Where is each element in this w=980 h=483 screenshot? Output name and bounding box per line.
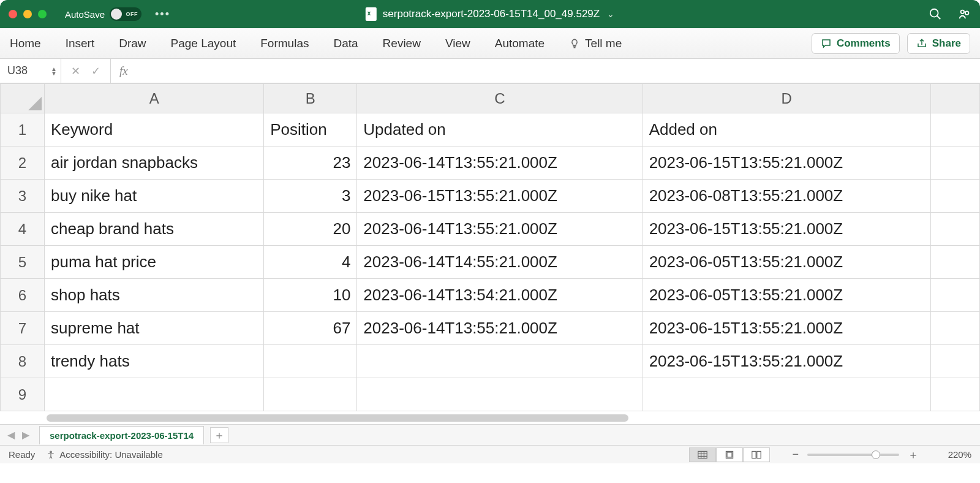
cell-8[interactable] [930,345,979,378]
zoom-in[interactable]: ＋ [905,447,921,462]
cell-D4[interactable]: 2023-06-15T13:55:21.000Z [643,213,930,246]
cell-A2[interactable]: air jordan snapbacks [45,146,264,180]
share-people-icon[interactable] [958,7,971,21]
row-header-3[interactable]: 3 [1,180,45,213]
cell-B9[interactable] [264,378,357,411]
accessibility-status[interactable]: Accessibility: Unavailable [46,449,162,460]
tab-home[interactable]: Home [10,37,41,50]
cell-A4[interactable]: cheap brand hats [45,213,264,246]
row-header-2[interactable]: 2 [1,146,45,180]
cell-C6[interactable]: 2023-06-14T13:54:21.000Z [357,279,643,312]
close-window[interactable] [9,10,17,18]
cell-C7[interactable]: 2023-06-14T13:55:21.000Z [357,312,643,345]
zoom-percent[interactable]: 220% [941,449,971,460]
tab-view[interactable]: View [445,37,470,50]
row-header-1[interactable]: 1 [1,113,45,146]
cell-6[interactable] [930,279,979,312]
autosave-toggle[interactable]: AutoSave OFF [65,7,141,21]
column-header-D[interactable]: D [643,84,930,113]
row-header-8[interactable]: 8 [1,345,45,378]
row-header-5[interactable]: 5 [1,246,45,279]
minimize-window[interactable] [23,10,32,18]
namebox-spinner[interactable]: ▲▼ [51,67,57,75]
cell-D2[interactable]: 2023-06-15T13:55:21.000Z [643,146,930,180]
tab-data[interactable]: Data [333,37,358,50]
cell-A7[interactable]: supreme hat [45,312,264,345]
cell-D1[interactable]: Added on [643,113,930,146]
tab-review[interactable]: Review [383,37,421,50]
comments-button[interactable]: Comments [812,33,900,54]
maximize-window[interactable] [38,10,47,18]
name-box[interactable]: U38 ▲▼ [0,59,61,83]
horizontal-scrollbar[interactable] [47,414,628,422]
cell-C1[interactable]: Updated on [357,113,643,146]
tab-page-layout[interactable]: Page Layout [171,37,236,50]
zoom-thumb[interactable] [872,451,880,459]
tab-draw[interactable]: Draw [119,37,146,50]
cell-D8[interactable]: 2023-06-15T13:55:21.000Z [643,345,930,378]
tab-automate[interactable]: Automate [495,37,545,50]
column-header-B[interactable]: B [264,84,357,113]
cell-A9[interactable] [45,378,264,411]
row-header-4[interactable]: 4 [1,213,45,246]
column-header-blank[interactable] [930,84,979,113]
view-page-break[interactable] [743,447,770,462]
cell-B8[interactable] [264,345,357,378]
column-header-C[interactable]: C [357,84,643,113]
cell-5[interactable] [930,246,979,279]
row-header-6[interactable]: 6 [1,279,45,312]
autosave-switch[interactable]: OFF [110,7,141,21]
cell-C5[interactable]: 2023-06-14T14:55:21.000Z [357,246,643,279]
document-title[interactable]: serpotrack-export-2023-06-15T14_00_49.52… [366,7,614,21]
cell-B4[interactable]: 20 [264,213,357,246]
formula-input[interactable] [137,59,980,83]
share-button[interactable]: Share [907,33,970,54]
row-header-7[interactable]: 7 [1,312,45,345]
cell-2[interactable] [930,146,979,180]
cell-A6[interactable]: shop hats [45,279,264,312]
cell-D6[interactable]: 2023-06-05T13:55:21.000Z [643,279,930,312]
row-header-9[interactable]: 9 [1,378,45,411]
cell-4[interactable] [930,213,979,246]
cell-C8[interactable] [357,345,643,378]
cell-A8[interactable]: trendy hats [45,345,264,378]
cancel-formula-icon[interactable]: ✕ [71,64,80,78]
cell-A3[interactable]: buy nike hat [45,180,264,213]
cell-D3[interactable]: 2023-06-08T13:55:21.000Z [643,180,930,213]
cell-B1[interactable]: Position [264,113,357,146]
cell-C9[interactable] [357,378,643,411]
tab-formulas[interactable]: Formulas [260,37,309,50]
cell-C4[interactable]: 2023-06-14T13:55:21.000Z [357,213,643,246]
sheet-tab-active[interactable]: serpotrack-export-2023-06-15T14 [39,426,204,444]
fx-label[interactable]: fx [111,59,137,83]
cell-C2[interactable]: 2023-06-14T13:55:21.000Z [357,146,643,180]
cell-D7[interactable]: 2023-06-15T13:55:21.000Z [643,312,930,345]
cell-3[interactable] [930,180,979,213]
cell-B7[interactable]: 67 [264,312,357,345]
sheet-nav-next[interactable]: ▶ [18,429,33,441]
tab-insert[interactable]: Insert [66,37,95,50]
cell-A1[interactable]: Keyword [45,113,264,146]
cell-B2[interactable]: 23 [264,146,357,180]
cell-B6[interactable]: 10 [264,279,357,312]
cell-9[interactable] [930,378,979,411]
cell-B5[interactable]: 4 [264,246,357,279]
tell-me[interactable]: Tell me [569,37,622,50]
accept-formula-icon[interactable]: ✓ [91,64,100,78]
cell-C3[interactable]: 2023-06-15T13:55:21.000Z [357,180,643,213]
column-header-A[interactable]: A [45,84,264,113]
view-page-layout[interactable] [716,447,743,462]
add-sheet-button[interactable]: ＋ [210,427,228,443]
cell-D5[interactable]: 2023-06-05T13:55:21.000Z [643,246,930,279]
select-all-corner[interactable] [1,84,45,113]
cell-1[interactable] [930,113,979,146]
zoom-out[interactable]: − [790,448,801,461]
sheet-nav-prev[interactable]: ◀ [4,429,18,441]
search-icon[interactable] [929,7,942,21]
view-normal[interactable] [689,447,716,462]
cell-D9[interactable] [643,378,930,411]
cell-7[interactable] [930,312,979,345]
cell-A5[interactable]: puma hat price [45,246,264,279]
zoom-slider[interactable] [807,454,899,456]
spreadsheet-grid[interactable]: ABCD1KeywordPositionUpdated onAdded on2a… [0,83,980,424]
